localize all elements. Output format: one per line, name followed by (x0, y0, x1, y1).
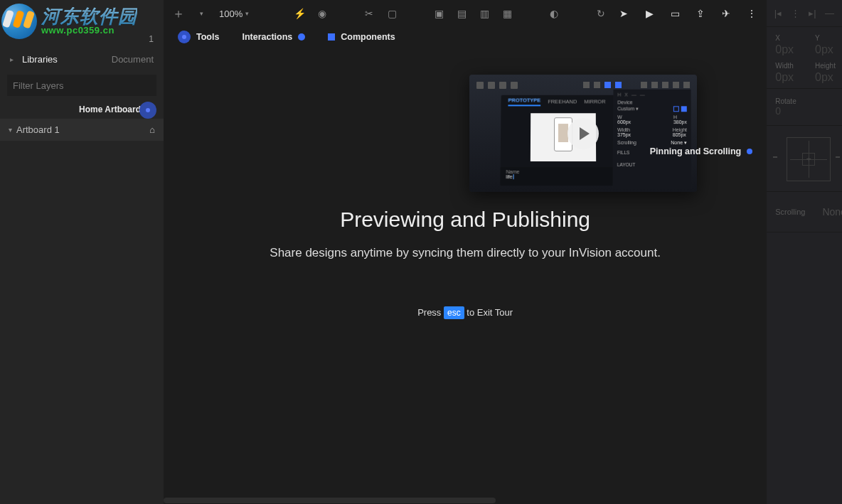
tour-tab-tools[interactable]: Tools (178, 31, 219, 43)
zoom-value: 100% (219, 9, 243, 19)
height-label: Height (815, 62, 836, 70)
tab-libraries[interactable]: Libraries (22, 54, 58, 65)
chevron-down-icon[interactable]: ▾ (9, 126, 12, 134)
tour-tab-pinning[interactable]: Pinning and Scrolling (650, 146, 752, 156)
y-value[interactable]: 0px (815, 43, 833, 56)
tour-exit-hint: Press esc to Exit Tour (164, 307, 767, 318)
crop-icon[interactable]: ▢ (384, 6, 400, 21)
scrolling-select[interactable]: None▾ (822, 206, 842, 218)
rotate-value[interactable]: 0 (775, 105, 842, 117)
scrolling-label: Scrolling (775, 208, 805, 216)
preview-height-value: 805px (673, 132, 686, 137)
zoom-caret-icon: ▾ (245, 10, 249, 17)
tour-dot-icon (747, 149, 752, 154)
watermark-logo: 河东软件园 www.pc0359.cn (1, 1, 144, 41)
home-artboard-label: Home Artboard (79, 104, 141, 114)
tour-press-label: Press (417, 307, 441, 318)
preview-tab-mirror: MIRROR (584, 98, 605, 104)
preview-tab-freehand: FREEHAND (548, 98, 577, 104)
y-label: Y (815, 34, 833, 42)
path-icon[interactable]: ✂ (361, 6, 377, 21)
cursor-icon[interactable]: ➤ (616, 6, 632, 21)
home-icon[interactable]: ⌂ (149, 124, 155, 135)
dash-icon[interactable]: — (825, 8, 834, 18)
preview-name-label: Name (506, 169, 520, 174)
zoom-selector[interactable]: 100% ▾ (219, 9, 249, 19)
refresh-icon[interactable]: ↻ (593, 6, 609, 21)
tour-tab-interactions[interactable]: Interactions (242, 32, 305, 42)
preview-name-value: life (506, 174, 512, 179)
esc-key-icon: esc (444, 306, 464, 319)
preview-layout-label: LAYOUT (617, 162, 687, 167)
align-icon-4[interactable]: ▦ (499, 6, 515, 21)
tour-preview-right: HX—— Device Custom ▾ W600px H380px Width… (613, 90, 692, 189)
tour-preview-left: PROTOTYPE FREEHAND MIRROR Name life (500, 95, 625, 186)
add-button[interactable]: ＋ (171, 6, 186, 21)
tour-exit-label: to Exit Tour (467, 307, 513, 318)
rotate-label: Rotate (775, 97, 842, 105)
align-icon-1[interactable]: ▣ (431, 6, 447, 21)
scrolling-value: None (822, 206, 842, 218)
watermark-cn: 河东软件园 (41, 7, 137, 26)
watermark-icon (1, 4, 37, 39)
page-badge: 1 (149, 34, 154, 44)
bolt-icon[interactable]: ⚡ (292, 6, 307, 21)
tour-tab-components[interactable]: Components (328, 32, 395, 42)
tour-title: Previewing and Publishing (164, 208, 767, 232)
preview-device-label: Device (617, 100, 632, 104)
preview-scrolling-label: Scrolling (617, 140, 636, 146)
watermark-url: www.pc0359.cn (41, 26, 137, 35)
preview-width-value: 375px (617, 132, 631, 137)
preview-w-value: 600px (617, 119, 631, 124)
tour-dot-icon (298, 33, 305, 41)
pin-anchor-widget[interactable]: + (787, 137, 831, 181)
preview-w-label: W (617, 114, 622, 119)
rocket-icon[interactable]: ✈ (718, 6, 734, 21)
play-icon[interactable]: ▶ (641, 6, 657, 21)
play-button-icon[interactable] (567, 118, 599, 149)
preview-height-label: Height (673, 127, 687, 132)
width-value[interactable]: 0px (775, 71, 794, 84)
height-value[interactable]: 0px (815, 71, 836, 84)
main-toolbar: ＋ ▾ 100% ▾ ⚡ ◉ ✂ ▢ ▣ ▤ ▥ ▦ ◐ ↻ ➤ ▶ ▭ (164, 0, 767, 27)
tab-document[interactable]: Document (112, 54, 154, 65)
align-icon-2[interactable]: ▤ (454, 6, 469, 21)
preview-h-label: H (673, 114, 677, 119)
add-caret-icon[interactable]: ▾ (193, 6, 209, 21)
tour-subtitle: Share designs anytime by syncing them di… (164, 246, 767, 260)
align-icon-3[interactable]: ▥ (476, 6, 492, 21)
upload-icon[interactable]: ⇪ (693, 6, 708, 21)
gear-icon[interactable]: ◉ (314, 6, 330, 21)
x-value[interactable]: 0px (775, 43, 794, 56)
expand-icon[interactable]: ▸ (10, 55, 14, 63)
right-toolbar: |◂ ⋮ ▸| — — — ⟙ ┼ ⟘ (767, 0, 842, 27)
horizontal-scrollbar[interactable] (164, 497, 767, 504)
device-icon[interactable]: ▭ (667, 6, 683, 21)
main-canvas: ＋ ▾ 100% ▾ ⚡ ◉ ✂ ▢ ▣ ▤ ▥ ▦ ◐ ↻ ➤ ▶ ▭ (164, 0, 767, 504)
preview-scrolling-value: None (671, 140, 683, 145)
align-right-icon[interactable]: ▸| (809, 8, 816, 18)
width-label: Width (775, 62, 794, 70)
contrast-icon[interactable]: ◐ (546, 6, 562, 21)
preview-h-value: 380px (673, 119, 687, 124)
home-artboard-dot-icon[interactable] (139, 102, 156, 119)
tour-guide-tabs: Tools Interactions Components (164, 27, 767, 47)
tour-video-card[interactable]: PROTOTYPE FREEHAND MIRROR Name life HX——… (469, 75, 697, 192)
artboard-label: Artboard 1 (16, 124, 60, 135)
more-icon[interactable]: ⋮ (744, 6, 760, 21)
preview-tab-prototype: PROTOTYPE (508, 97, 540, 106)
artboard-item[interactable]: ▾ Artboard 1 ⌂ (0, 119, 164, 141)
preview-device-value: Custom (617, 106, 634, 111)
align-left-icon[interactable]: |◂ (774, 8, 782, 18)
tour-dot-icon (178, 31, 191, 43)
tour-square-icon (328, 33, 335, 41)
pinning-label: Pinning and Scrolling (650, 146, 741, 156)
filter-layers-input[interactable] (7, 75, 156, 96)
x-label: X (775, 34, 794, 42)
align-center-icon[interactable]: ⋮ (791, 8, 800, 18)
left-sidebar: 河东软件园 www.pc0359.cn 1 ▸ Libraries Docume… (0, 0, 164, 504)
right-panel: |◂ ⋮ ▸| — — — ⟙ ┼ ⟘ X 0px Y 0px ✕ (767, 0, 842, 504)
preview-width-label: Width (617, 127, 630, 132)
